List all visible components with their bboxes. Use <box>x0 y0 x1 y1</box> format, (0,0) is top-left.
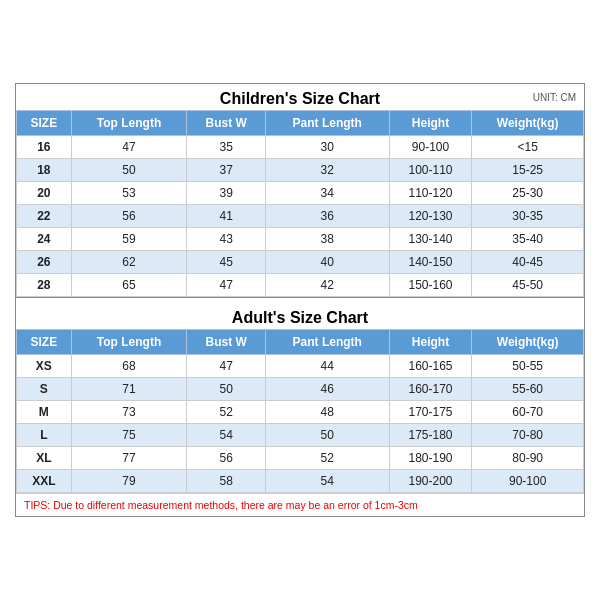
table-row: 24594338130-14035-40 <box>17 228 584 251</box>
table-cell: 90-100 <box>389 136 472 159</box>
adult-table: SIZE Top Length Bust W Pant Length Heigh… <box>16 329 584 493</box>
table-cell: S <box>17 378 72 401</box>
table-cell: 60-70 <box>472 401 584 424</box>
table-cell: 150-160 <box>389 274 472 297</box>
table-cell: 15-25 <box>472 159 584 182</box>
table-cell: 38 <box>265 228 389 251</box>
table-cell: 47 <box>187 274 265 297</box>
table-cell: 62 <box>71 251 187 274</box>
adult-col-header-bust-w: Bust W <box>187 330 265 355</box>
table-row: 26624540140-15040-45 <box>17 251 584 274</box>
table-row: XL775652180-19080-90 <box>17 447 584 470</box>
table-cell: 68 <box>71 355 187 378</box>
table-cell: L <box>17 424 72 447</box>
table-cell: 120-130 <box>389 205 472 228</box>
table-cell: 40 <box>265 251 389 274</box>
table-cell: 41 <box>187 205 265 228</box>
table-row: 20533934110-12025-30 <box>17 182 584 205</box>
table-cell: 48 <box>265 401 389 424</box>
table-cell: 22 <box>17 205 72 228</box>
table-cell: 77 <box>71 447 187 470</box>
table-cell: 54 <box>187 424 265 447</box>
table-cell: 52 <box>187 401 265 424</box>
table-cell: 35 <box>187 136 265 159</box>
table-cell: 90-100 <box>472 470 584 493</box>
tips-text: TIPS: Due to different measurement metho… <box>24 499 418 511</box>
children-tbody: 1647353090-100<1518503732100-11015-25205… <box>17 136 584 297</box>
table-cell: 80-90 <box>472 447 584 470</box>
table-cell: 18 <box>17 159 72 182</box>
table-cell: 32 <box>265 159 389 182</box>
col-header-pant-length: Pant Length <box>265 111 389 136</box>
adult-col-header-height: Height <box>389 330 472 355</box>
col-header-top-length: Top Length <box>71 111 187 136</box>
table-cell: 50 <box>71 159 187 182</box>
table-cell: 55-60 <box>472 378 584 401</box>
table-cell: 70-80 <box>472 424 584 447</box>
adult-header-row: SIZE Top Length Bust W Pant Length Heigh… <box>17 330 584 355</box>
table-row: M735248170-17560-70 <box>17 401 584 424</box>
adult-col-header-pant-length: Pant Length <box>265 330 389 355</box>
col-header-bust-w: Bust W <box>187 111 265 136</box>
table-cell: 79 <box>71 470 187 493</box>
table-row: 28654742150-16045-50 <box>17 274 584 297</box>
table-row: 18503732100-11015-25 <box>17 159 584 182</box>
children-header-row: SIZE Top Length Bust W Pant Length Heigh… <box>17 111 584 136</box>
table-cell: 43 <box>187 228 265 251</box>
table-cell: XS <box>17 355 72 378</box>
col-header-size: SIZE <box>17 111 72 136</box>
table-cell: XL <box>17 447 72 470</box>
table-cell: 73 <box>71 401 187 424</box>
table-cell: 56 <box>187 447 265 470</box>
table-cell: 34 <box>265 182 389 205</box>
table-cell: 53 <box>71 182 187 205</box>
table-cell: M <box>17 401 72 424</box>
table-cell: <15 <box>472 136 584 159</box>
table-cell: 37 <box>187 159 265 182</box>
table-cell: 71 <box>71 378 187 401</box>
table-cell: 180-190 <box>389 447 472 470</box>
table-cell: 24 <box>17 228 72 251</box>
unit-label: UNIT: CM <box>533 92 576 103</box>
table-cell: 50 <box>265 424 389 447</box>
table-cell: 36 <box>265 205 389 228</box>
tips-row: TIPS: Due to different measurement metho… <box>16 493 584 516</box>
table-cell: 100-110 <box>389 159 472 182</box>
table-cell: 54 <box>265 470 389 493</box>
table-cell: 170-175 <box>389 401 472 424</box>
table-row: 22564136120-13030-35 <box>17 205 584 228</box>
table-cell: 75 <box>71 424 187 447</box>
adult-title: Adult's Size Chart <box>232 309 368 326</box>
table-row: XXL795854190-20090-100 <box>17 470 584 493</box>
table-cell: 52 <box>265 447 389 470</box>
children-title: Children's Size Chart <box>220 90 380 107</box>
table-cell: 50-55 <box>472 355 584 378</box>
table-row: S715046160-17055-60 <box>17 378 584 401</box>
table-cell: 45-50 <box>472 274 584 297</box>
table-cell: 47 <box>187 355 265 378</box>
table-cell: 140-150 <box>389 251 472 274</box>
table-cell: 30-35 <box>472 205 584 228</box>
table-cell: 175-180 <box>389 424 472 447</box>
table-cell: 59 <box>71 228 187 251</box>
children-table: SIZE Top Length Bust W Pant Length Heigh… <box>16 110 584 297</box>
table-cell: 28 <box>17 274 72 297</box>
adult-tbody: XS684744160-16550-55S715046160-17055-60M… <box>17 355 584 493</box>
table-cell: 16 <box>17 136 72 159</box>
table-cell: 58 <box>187 470 265 493</box>
table-row: XS684744160-16550-55 <box>17 355 584 378</box>
adult-col-header-top-length: Top Length <box>71 330 187 355</box>
table-cell: 42 <box>265 274 389 297</box>
table-cell: 110-120 <box>389 182 472 205</box>
table-cell: 47 <box>71 136 187 159</box>
adult-col-header-size: SIZE <box>17 330 72 355</box>
size-chart-container: Children's Size Chart UNIT: CM SIZE Top … <box>15 83 585 517</box>
table-cell: 46 <box>265 378 389 401</box>
table-cell: 20 <box>17 182 72 205</box>
col-header-weight: Weight(kg) <box>472 111 584 136</box>
table-cell: 25-30 <box>472 182 584 205</box>
adult-col-header-weight: Weight(kg) <box>472 330 584 355</box>
table-cell: 160-165 <box>389 355 472 378</box>
table-cell: 30 <box>265 136 389 159</box>
table-cell: 39 <box>187 182 265 205</box>
